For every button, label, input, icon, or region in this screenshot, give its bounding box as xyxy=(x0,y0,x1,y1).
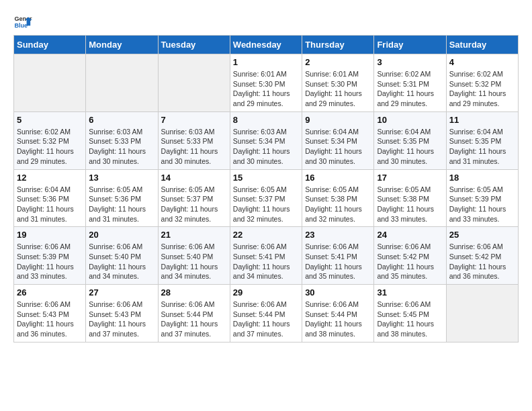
cell-date-number: 17 xyxy=(377,173,443,183)
cell-info-text: Sunrise: 6:05 AM Sunset: 5:39 PM Dayligh… xyxy=(449,185,515,224)
col-thursday: Thursday xyxy=(302,36,374,54)
cell-date-number: 1 xyxy=(233,57,299,67)
cell-date-number: 25 xyxy=(449,230,515,240)
cell-info-text: Sunrise: 6:06 AM Sunset: 5:44 PM Dayligh… xyxy=(233,300,299,339)
calendar-cell: 27Sunrise: 6:06 AM Sunset: 5:43 PM Dayli… xyxy=(86,285,158,342)
cell-info-text: Sunrise: 6:06 AM Sunset: 5:42 PM Dayligh… xyxy=(377,242,443,281)
col-friday: Friday xyxy=(374,36,446,54)
calendar-cell: 9Sunrise: 6:04 AM Sunset: 5:34 PM Daylig… xyxy=(302,111,374,169)
generalblue-logo-icon: General Blue xyxy=(13,13,32,32)
calendar-week-row: 26Sunrise: 6:06 AM Sunset: 5:43 PM Dayli… xyxy=(14,285,519,342)
cell-date-number: 4 xyxy=(449,57,515,67)
cell-info-text: Sunrise: 6:05 AM Sunset: 5:36 PM Dayligh… xyxy=(89,185,154,224)
cell-date-number: 26 xyxy=(17,287,83,298)
col-saturday: Saturday xyxy=(446,36,518,54)
cell-date-number: 29 xyxy=(233,287,299,298)
cell-info-text: Sunrise: 6:06 AM Sunset: 5:40 PM Dayligh… xyxy=(161,242,227,281)
cell-info-text: Sunrise: 6:02 AM Sunset: 5:31 PM Dayligh… xyxy=(377,69,443,109)
cell-date-number: 8 xyxy=(233,115,299,125)
calendar-cell: 10Sunrise: 6:04 AM Sunset: 5:35 PM Dayli… xyxy=(374,111,446,169)
cell-date-number: 13 xyxy=(89,173,154,183)
cell-date-number: 19 xyxy=(17,230,83,240)
cell-info-text: Sunrise: 6:06 AM Sunset: 5:40 PM Dayligh… xyxy=(89,242,154,281)
logo: General Blue xyxy=(13,13,32,32)
cell-date-number: 6 xyxy=(89,115,154,125)
calendar-cell xyxy=(86,54,158,112)
cell-date-number: 18 xyxy=(449,173,515,183)
cell-info-text: Sunrise: 6:06 AM Sunset: 5:39 PM Dayligh… xyxy=(17,242,83,281)
calendar-cell: 31Sunrise: 6:06 AM Sunset: 5:45 PM Dayli… xyxy=(374,285,446,342)
cell-date-number: 3 xyxy=(377,57,443,67)
calendar-cell: 7Sunrise: 6:03 AM Sunset: 5:33 PM Daylig… xyxy=(158,111,230,169)
calendar-table: Sunday Monday Tuesday Wednesday Thursday… xyxy=(13,35,519,342)
calendar-header-row: Sunday Monday Tuesday Wednesday Thursday… xyxy=(14,36,519,54)
calendar-cell: 16Sunrise: 6:05 AM Sunset: 5:38 PM Dayli… xyxy=(302,169,374,227)
cell-info-text: Sunrise: 6:06 AM Sunset: 5:41 PM Dayligh… xyxy=(305,242,371,281)
calendar-cell: 26Sunrise: 6:06 AM Sunset: 5:43 PM Dayli… xyxy=(14,285,86,342)
cell-info-text: Sunrise: 6:06 AM Sunset: 5:43 PM Dayligh… xyxy=(17,300,83,339)
calendar-cell xyxy=(14,54,86,112)
calendar-week-row: 1Sunrise: 6:01 AM Sunset: 5:30 PM Daylig… xyxy=(14,54,519,112)
cell-date-number: 28 xyxy=(161,287,227,298)
cell-info-text: Sunrise: 6:06 AM Sunset: 5:44 PM Dayligh… xyxy=(305,300,371,339)
page-header: General Blue xyxy=(13,13,519,32)
cell-info-text: Sunrise: 6:04 AM Sunset: 5:36 PM Dayligh… xyxy=(17,185,83,224)
calendar-cell: 24Sunrise: 6:06 AM Sunset: 5:42 PM Dayli… xyxy=(374,227,446,285)
calendar-body: 1Sunrise: 6:01 AM Sunset: 5:30 PM Daylig… xyxy=(14,54,519,342)
cell-info-text: Sunrise: 6:04 AM Sunset: 5:35 PM Dayligh… xyxy=(377,127,443,167)
col-sunday: Sunday xyxy=(14,36,86,54)
cell-info-text: Sunrise: 6:06 AM Sunset: 5:44 PM Dayligh… xyxy=(161,300,227,339)
calendar-cell: 4Sunrise: 6:02 AM Sunset: 5:32 PM Daylig… xyxy=(446,54,518,112)
calendar-cell: 28Sunrise: 6:06 AM Sunset: 5:44 PM Dayli… xyxy=(158,285,230,342)
cell-info-text: Sunrise: 6:06 AM Sunset: 5:43 PM Dayligh… xyxy=(89,300,154,339)
cell-info-text: Sunrise: 6:06 AM Sunset: 5:42 PM Dayligh… xyxy=(449,242,515,281)
svg-text:Blue: Blue xyxy=(14,22,28,29)
calendar-cell: 22Sunrise: 6:06 AM Sunset: 5:41 PM Dayli… xyxy=(230,227,302,285)
cell-info-text: Sunrise: 6:06 AM Sunset: 5:45 PM Dayligh… xyxy=(377,300,443,339)
cell-date-number: 12 xyxy=(17,173,83,183)
cell-date-number: 23 xyxy=(305,230,371,240)
cell-date-number: 30 xyxy=(305,287,371,298)
cell-info-text: Sunrise: 6:01 AM Sunset: 5:30 PM Dayligh… xyxy=(305,69,371,109)
calendar-cell: 3Sunrise: 6:02 AM Sunset: 5:31 PM Daylig… xyxy=(374,54,446,112)
calendar-cell: 29Sunrise: 6:06 AM Sunset: 5:44 PM Dayli… xyxy=(230,285,302,342)
calendar-cell: 11Sunrise: 6:04 AM Sunset: 5:35 PM Dayli… xyxy=(446,111,518,169)
calendar-cell: 14Sunrise: 6:05 AM Sunset: 5:37 PM Dayli… xyxy=(158,169,230,227)
calendar-week-row: 5Sunrise: 6:02 AM Sunset: 5:32 PM Daylig… xyxy=(14,111,519,169)
cell-info-text: Sunrise: 6:03 AM Sunset: 5:33 PM Dayligh… xyxy=(161,127,227,167)
calendar-cell: 1Sunrise: 6:01 AM Sunset: 5:30 PM Daylig… xyxy=(230,54,302,112)
cell-info-text: Sunrise: 6:05 AM Sunset: 5:37 PM Dayligh… xyxy=(233,185,299,224)
calendar-cell: 21Sunrise: 6:06 AM Sunset: 5:40 PM Dayli… xyxy=(158,227,230,285)
calendar-cell: 13Sunrise: 6:05 AM Sunset: 5:36 PM Dayli… xyxy=(86,169,158,227)
cell-date-number: 11 xyxy=(449,115,515,125)
cell-info-text: Sunrise: 6:05 AM Sunset: 5:38 PM Dayligh… xyxy=(305,185,371,224)
calendar-cell xyxy=(158,54,230,112)
cell-info-text: Sunrise: 6:05 AM Sunset: 5:38 PM Dayligh… xyxy=(377,185,443,224)
cell-date-number: 31 xyxy=(377,287,443,298)
calendar-cell: 23Sunrise: 6:06 AM Sunset: 5:41 PM Dayli… xyxy=(302,227,374,285)
cell-date-number: 27 xyxy=(89,287,154,298)
calendar-cell: 15Sunrise: 6:05 AM Sunset: 5:37 PM Dayli… xyxy=(230,169,302,227)
calendar-cell: 8Sunrise: 6:03 AM Sunset: 5:34 PM Daylig… xyxy=(230,111,302,169)
col-monday: Monday xyxy=(86,36,158,54)
cell-info-text: Sunrise: 6:03 AM Sunset: 5:34 PM Dayligh… xyxy=(233,127,299,167)
calendar-cell: 25Sunrise: 6:06 AM Sunset: 5:42 PM Dayli… xyxy=(446,227,518,285)
col-wednesday: Wednesday xyxy=(230,36,302,54)
cell-info-text: Sunrise: 6:03 AM Sunset: 5:33 PM Dayligh… xyxy=(89,127,154,167)
cell-date-number: 14 xyxy=(161,173,227,183)
calendar-cell: 17Sunrise: 6:05 AM Sunset: 5:38 PM Dayli… xyxy=(374,169,446,227)
cell-info-text: Sunrise: 6:02 AM Sunset: 5:32 PM Dayligh… xyxy=(17,127,83,167)
cell-date-number: 9 xyxy=(305,115,371,125)
calendar-week-row: 19Sunrise: 6:06 AM Sunset: 5:39 PM Dayli… xyxy=(14,227,519,285)
calendar-cell: 5Sunrise: 6:02 AM Sunset: 5:32 PM Daylig… xyxy=(14,111,86,169)
cell-date-number: 21 xyxy=(161,230,227,240)
calendar-cell xyxy=(446,285,518,342)
calendar-cell: 6Sunrise: 6:03 AM Sunset: 5:33 PM Daylig… xyxy=(86,111,158,169)
cell-date-number: 16 xyxy=(305,173,371,183)
cell-date-number: 5 xyxy=(17,115,83,125)
calendar-week-row: 12Sunrise: 6:04 AM Sunset: 5:36 PM Dayli… xyxy=(14,169,519,227)
cell-info-text: Sunrise: 6:01 AM Sunset: 5:30 PM Dayligh… xyxy=(233,69,299,109)
cell-date-number: 24 xyxy=(377,230,443,240)
cell-date-number: 2 xyxy=(305,57,371,67)
cell-info-text: Sunrise: 6:05 AM Sunset: 5:37 PM Dayligh… xyxy=(161,185,227,224)
